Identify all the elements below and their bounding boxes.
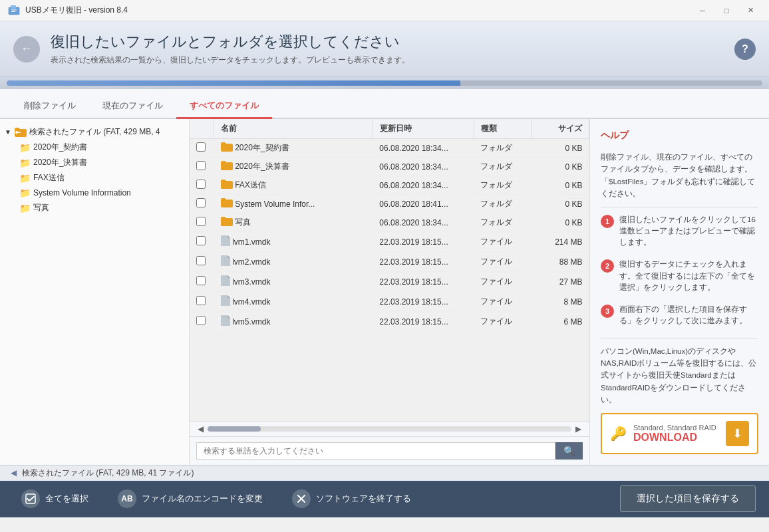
step-badge-1: 1 <box>601 215 614 228</box>
table-row[interactable]: lvm5.vmdk 22.03.2019 18:15... ファイル 6 MB <box>190 312 589 332</box>
row-checkbox[interactable] <box>196 142 206 152</box>
file-name: 写真 <box>235 217 251 228</box>
table-row[interactable]: 2020年_契約書 06.08.2020 18:34... フォルダ 0 KB <box>190 139 589 158</box>
row-checkbox[interactable] <box>196 217 206 226</box>
select-all-button[interactable]: 全てを選択 <box>13 485 96 512</box>
row-type-cell: フォルダ <box>474 158 532 176</box>
sidebar-item-system-volume[interactable]: 📁 System Volume Information <box>0 186 189 200</box>
header-checkbox <box>190 119 214 139</box>
folder-icon: 📁 <box>19 142 31 153</box>
sidebar-item-fax[interactable]: 📁 FAX送信 <box>0 170 189 186</box>
help-divider-1 <box>601 207 758 207</box>
row-type-cell: フォルダ <box>474 176 532 195</box>
table-row[interactable]: lvm3.vmdk 22.03.2019 18:15... ファイル 27 MB <box>190 272 589 292</box>
row-checkbox-cell <box>190 312 214 332</box>
folder-icon <box>221 180 233 191</box>
sidebar-item-contract[interactable]: 📁 2020年_契約書 <box>0 140 189 155</box>
table-row[interactable]: lvm1.vmdk 22.03.2019 18:15... ファイル 214 M… <box>190 232 589 252</box>
download-box[interactable]: 🔑 Standard, Standard RAID DOWNLOAD ⬇ <box>601 413 758 454</box>
row-size-cell: 0 KB <box>532 195 589 213</box>
tree-root-label: 検索されたファイル (FAT, 429 MB, 4 <box>29 126 160 138</box>
step-text-3: 画面右下の「選択した項目を保存する」をクリックして次に進みます。 <box>619 304 758 327</box>
step-badge-2: 2 <box>601 259 614 273</box>
row-date-cell: 06.08.2020 18:34... <box>373 213 474 232</box>
encode-button[interactable]: AB ファイル名のエンコードを変更 <box>110 485 271 512</box>
download-arrow-icon: ⬇ <box>732 426 742 441</box>
row-size-cell: 0 KB <box>532 176 589 195</box>
row-date-cell: 22.03.2019 18:15... <box>373 312 474 332</box>
scroll-right-arrow[interactable]: ▶ <box>574 424 583 434</box>
folder-icon: 📁 <box>19 173 31 184</box>
header-name: 名前 <box>214 119 373 139</box>
table-row[interactable]: System Volume Infor... 06.08.2020 18:41.… <box>190 195 589 213</box>
tree-toggle-root[interactable]: ▼ <box>3 127 13 138</box>
table-row[interactable]: 2020年_決算書 06.08.2020 18:34... フォルダ 0 KB <box>190 158 589 176</box>
row-checkbox[interactable] <box>196 316 206 325</box>
row-type-cell: フォルダ <box>474 213 532 232</box>
file-list-area: 名前 更新日時 種類 サイズ 2020年_契約書 06.08.2020 18:3… <box>190 119 589 465</box>
row-date-cell: 06.08.2020 18:34... <box>373 139 474 158</box>
row-checkbox[interactable] <box>196 236 206 245</box>
tab-all[interactable]: すべてのファイル <box>176 94 272 119</box>
help-step-3: 3 画面右下の「選択した項目を保存する」をクリックして次に進みます。 <box>601 304 758 327</box>
minimize-button[interactable]: ─ <box>692 3 713 18</box>
scroll-thumb[interactable] <box>208 426 261 432</box>
search-button[interactable]: 🔍 <box>555 442 583 460</box>
help-button[interactable]: ? <box>734 39 756 60</box>
row-size-cell: 214 MB <box>532 232 589 252</box>
row-checkbox[interactable] <box>196 296 206 305</box>
download-button[interactable]: ⬇ <box>726 421 749 446</box>
folder-icon <box>221 198 233 209</box>
row-checkbox-cell <box>190 292 214 312</box>
row-checkbox[interactable] <box>196 276 206 285</box>
table-header-row: 名前 更新日時 種類 サイズ <box>190 119 589 139</box>
table-row[interactable]: lvm2.vmdk 22.03.2019 18:15... ファイル 88 MB <box>190 252 589 272</box>
sidebar-item-account[interactable]: 📁 2020年_決算書 <box>0 155 189 170</box>
row-checkbox-cell <box>190 213 214 232</box>
help-step-1: 1 復旧したいファイルをクリックして16進数ビューアまたはプレビューで確認します… <box>601 214 758 249</box>
tree-item-label: FAX送信 <box>33 172 65 184</box>
header-text-area: 復旧したいファイルとフォルダを選択してください 表示された検索結果の一覧から、復… <box>51 32 734 66</box>
help-intro: 削除ファイル、現在のファイル、すべてのファイルタブから、データを確認します。「$… <box>601 151 758 200</box>
tabs-area: 削除ファイル 現在のファイル すべてのファイル <box>0 89 769 119</box>
table-row[interactable]: 写真 06.08.2020 18:34... フォルダ 0 KB <box>190 213 589 232</box>
tree-root-item[interactable]: ▼ 検索されたファイル (FAT, 429 MB, 4 <box>0 124 189 140</box>
help-step-2: 2 復旧するデータにチェックを入れます。全て復旧するには左下の「全てを選択」をク… <box>601 259 758 293</box>
row-type-cell: ファイル <box>474 252 532 272</box>
row-name-cell: System Volume Infor... <box>214 195 373 213</box>
tree-item-label: 写真 <box>33 202 49 213</box>
save-button[interactable]: 選択した項目を保存する <box>620 485 756 512</box>
tab-current[interactable]: 現在のファイル <box>89 94 176 119</box>
folder-icon: 📁 <box>19 188 31 198</box>
encode-label: ファイル名のエンコードを変更 <box>142 493 263 505</box>
tab-deleted[interactable]: 削除ファイル <box>11 94 89 119</box>
search-input[interactable] <box>196 442 555 460</box>
exit-button[interactable]: ソフトウェアを終了する <box>284 485 419 512</box>
back-button[interactable]: ← <box>13 36 40 63</box>
tree-item-label: 2020年_契約書 <box>33 142 87 153</box>
window-controls: ─ □ ✕ <box>692 3 761 18</box>
row-checkbox[interactable] <box>196 256 206 265</box>
row-checkbox[interactable] <box>196 180 206 189</box>
row-name-cell: 2020年_決算書 <box>214 158 373 176</box>
table-row[interactable]: FAX送信 06.08.2020 18:34... フォルダ 0 KB <box>190 176 589 195</box>
footer: 全てを選択 AB ファイル名のエンコードを変更 ソフトウェアを終了する 選択した… <box>0 481 769 517</box>
maximize-button[interactable]: □ <box>716 3 737 18</box>
row-checkbox[interactable] <box>196 161 206 170</box>
help-panel: ヘルプ 削除ファイル、現在のファイル、すべてのファイルタブから、データを確認しま… <box>589 119 769 465</box>
progress-bar-area <box>0 77 769 89</box>
table-row[interactable]: lvm4.vmdk 22.03.2019 18:15... ファイル 8 MB <box>190 292 589 312</box>
step-text-2: 復旧するデータにチェックを入れます。全て復旧するには左下の「全てを選択」をクリッ… <box>619 259 758 293</box>
folder-icon: 📁 <box>19 203 31 213</box>
header-date: 更新日時 <box>373 119 474 139</box>
close-button[interactable]: ✕ <box>740 3 761 18</box>
step-badge-3: 3 <box>601 305 614 318</box>
sidebar-item-photos[interactable]: 📁 写真 <box>0 200 189 215</box>
scroll-left-arrow[interactable]: ◀ <box>196 424 205 434</box>
file-name: lvm3.vmdk <box>232 277 270 287</box>
file-icon <box>221 275 230 288</box>
status-arrow-icon[interactable]: ◀ <box>11 468 17 477</box>
status-bar: ◀ 検索されたファイル (FAT, 429 MB, 41 ファイル) <box>0 465 769 481</box>
row-checkbox[interactable] <box>196 198 206 207</box>
question-mark-icon: ? <box>742 43 748 55</box>
